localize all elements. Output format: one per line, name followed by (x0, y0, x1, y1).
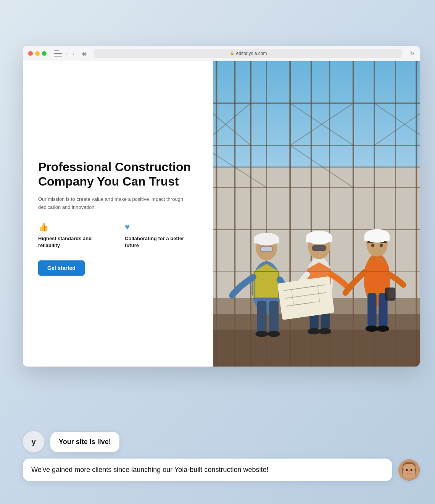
sidebar-toggle-icon[interactable] (54, 50, 62, 57)
svg-point-68 (406, 469, 408, 471)
scaffold-svg (213, 61, 420, 367)
privacy-icon: ◉ (82, 50, 87, 57)
construction-scene (213, 61, 420, 367)
svg-line-18 (213, 103, 251, 145)
svg-line-22 (374, 103, 420, 145)
hero-title: Professional Construction Company You Ca… (38, 160, 198, 189)
browser-controls: ‹ › (54, 50, 76, 57)
svg-rect-36 (257, 301, 267, 333)
svg-rect-37 (269, 301, 279, 333)
svg-rect-43 (306, 237, 332, 242)
svg-rect-44 (313, 246, 326, 251)
yola-avatar: y (23, 431, 44, 452)
feature-text-collaboration: Collaborating for a better future (125, 235, 198, 249)
minimize-button[interactable] (35, 51, 40, 56)
lock-icon: 🔒 (230, 51, 234, 55)
svg-line-21 (374, 103, 420, 145)
close-button[interactable] (28, 51, 33, 56)
svg-point-58 (371, 244, 374, 247)
browser-titlebar: ‹ › ◉ 🔒 editor.yola.com ↻ (23, 46, 420, 61)
hero-subtitle: Our mission is to create value and make … (38, 195, 198, 212)
svg-point-59 (380, 244, 383, 247)
chat-row-testimonial: We've gained more clients since launchin… (23, 459, 420, 481)
address-bar[interactable]: 🔒 editor.yola.com (94, 49, 402, 58)
svg-point-48 (319, 328, 331, 334)
feature-item-standards: 👍 Highest standards and reliability (38, 222, 113, 249)
svg-point-39 (267, 331, 280, 337)
url-text: editor.yola.com (236, 51, 267, 56)
reload-button[interactable]: ↻ (410, 50, 414, 57)
chat-section: y Your site is live! We've gained more c… (23, 431, 420, 481)
browser-content: Professional Construction Company You Ca… (23, 61, 420, 367)
maximize-button[interactable] (42, 51, 47, 56)
svg-rect-29 (213, 330, 420, 367)
svg-line-17 (213, 103, 251, 145)
chat-bubble-live: Your site is live! (50, 432, 119, 452)
site-hero-image (213, 61, 420, 367)
features-row: 👍 Highest standards and reliability ♥ Co… (38, 222, 198, 249)
svg-rect-60 (367, 293, 376, 327)
forward-button[interactable]: › (71, 50, 76, 57)
chat-row-live: y Your site is live! (23, 431, 420, 452)
svg-rect-64 (385, 288, 396, 300)
thumbsup-icon: 👍 (38, 222, 113, 232)
chat-bubble-testimonial: We've gained more clients since launchin… (23, 459, 392, 481)
back-button[interactable]: ‹ (64, 50, 69, 57)
svg-rect-34 (254, 239, 279, 243)
user-avatar-svg (398, 459, 420, 481)
heart-icon: ♥ (125, 222, 198, 232)
svg-point-67 (402, 463, 416, 478)
svg-point-38 (256, 331, 268, 337)
get-started-button[interactable]: Get started (38, 260, 85, 276)
svg-point-69 (411, 469, 412, 471)
feature-item-collaboration: ♥ Collaborating for a better future (125, 222, 198, 249)
traffic-lights (28, 51, 47, 56)
svg-point-63 (377, 325, 389, 332)
user-avatar (398, 459, 420, 481)
browser-window: ‹ › ◉ 🔒 editor.yola.com ↻ Professional C… (23, 46, 420, 367)
svg-point-47 (308, 328, 320, 334)
site-hero-left: Professional Construction Company You Ca… (23, 61, 213, 367)
svg-rect-57 (364, 236, 390, 241)
svg-rect-35 (260, 247, 273, 252)
svg-point-62 (366, 325, 378, 332)
feature-text-standards: Highest standards and reliability (38, 235, 113, 249)
